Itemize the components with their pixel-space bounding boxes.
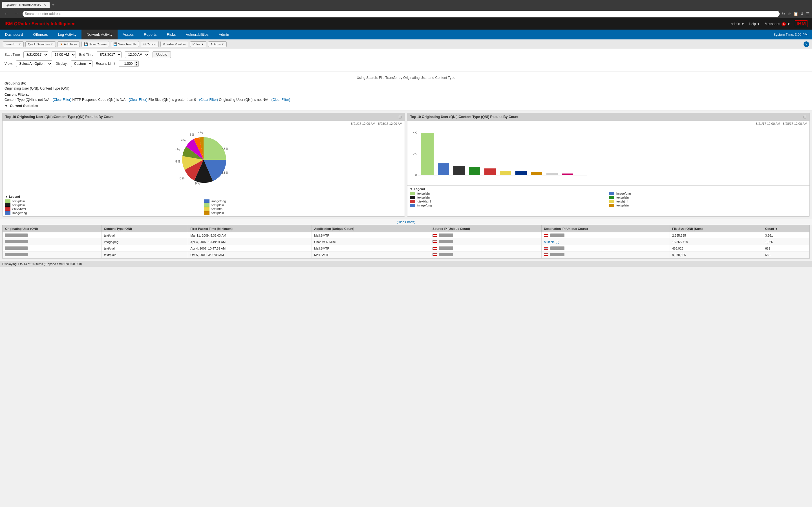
results-limit-label: Results Limit bbox=[96, 62, 115, 66]
col-header-source-ip[interactable]: Source IP (Unique Count) bbox=[430, 225, 541, 232]
legend-item-5: >:text/html bbox=[5, 207, 203, 211]
legend-item-2: :image/png bbox=[204, 200, 402, 203]
app-title: IBM QRadar Security Intelligence bbox=[4, 21, 75, 26]
nav-bar: Dashboard Offenses Log Activity Network … bbox=[0, 30, 812, 40]
messages-button[interactable]: Messages 6 ▼ bbox=[765, 22, 790, 26]
col-header-application[interactable]: Application (Unique Count) bbox=[312, 225, 430, 232]
actions-button[interactable]: Actions ▼ bbox=[208, 41, 227, 47]
pie-legend-label: Legend bbox=[9, 195, 20, 198]
dest-bar bbox=[550, 246, 564, 250]
nav-risks[interactable]: Risks bbox=[161, 30, 181, 40]
dest-bar bbox=[550, 233, 564, 237]
search-info: Using Search: File Transfer by Originati… bbox=[4, 76, 808, 80]
clear-filter-4[interactable]: (Clear Filter) bbox=[271, 98, 290, 102]
admin-menu[interactable]: admin ▼ bbox=[731, 22, 744, 26]
star-button[interactable]: ☆ bbox=[788, 11, 791, 16]
nav-assets[interactable]: Assets bbox=[117, 30, 139, 40]
bar-chart-header: Top 10 Originating User (QNI):Content Ty… bbox=[407, 113, 809, 121]
svg-text:4 %: 4 % bbox=[181, 139, 186, 142]
nav-log-activity[interactable]: Log Activity bbox=[53, 30, 82, 40]
legend-item-8: :text/plain bbox=[204, 211, 402, 215]
col-header-count[interactable]: Count ▼ bbox=[763, 225, 809, 232]
cell-count: 689 bbox=[763, 245, 809, 252]
bar-legend-item-2: :image/png bbox=[609, 192, 807, 195]
add-filter-button[interactable]: ▼ Add Filter bbox=[57, 41, 80, 47]
download-button[interactable]: ⬇ bbox=[801, 11, 804, 16]
false-positive-button[interactable]: ✕ False Positive bbox=[160, 41, 188, 47]
end-date-select[interactable]: 8/28/2017 bbox=[97, 51, 121, 58]
save-criteria-button[interactable]: 💾 Save Criteria bbox=[82, 41, 109, 47]
nav-reports[interactable]: Reports bbox=[139, 30, 162, 40]
bar-legend-item-5: >:text/html bbox=[410, 200, 608, 203]
browser-tab[interactable]: QRadar - Network Activity ✕ bbox=[2, 2, 50, 8]
view-select[interactable]: Select An Option: bbox=[16, 60, 52, 67]
display-select[interactable]: Custom bbox=[71, 60, 93, 67]
grouping-value: Originating User (QNI), Content Type (QN… bbox=[4, 87, 808, 91]
results-limit-up[interactable]: ▲ bbox=[134, 61, 139, 64]
filter-4: Originating User (QNI) is not N/A bbox=[219, 98, 268, 102]
start-time-select[interactable]: 12:00 AM bbox=[52, 51, 76, 58]
quick-searches-button[interactable]: Quick Searches ▼ bbox=[26, 41, 56, 47]
clear-filter-2[interactable]: (Clear Filter) bbox=[129, 98, 147, 102]
results-limit-down[interactable]: ▼ bbox=[134, 64, 139, 66]
start-date-select[interactable]: 8/21/2017 bbox=[23, 51, 48, 58]
bar-chart-title: Top 10 Originating User (QNI):Content Ty… bbox=[410, 115, 518, 119]
col-header-user[interactable]: Originating User (QNI) bbox=[3, 225, 102, 232]
legend-color-1 bbox=[5, 200, 10, 203]
bookmark-button[interactable]: 📋 bbox=[794, 11, 798, 16]
col-header-first-packet[interactable]: First Packet Time (Minimum) bbox=[188, 225, 312, 232]
svg-text:9 %: 9 % bbox=[195, 182, 200, 185]
bar-legend-toggle[interactable]: ▼ Legend bbox=[410, 187, 807, 191]
cancel-button[interactable]: ⊘ Cancel bbox=[141, 41, 159, 47]
current-stats-toggle[interactable]: ▼ Current Statistics bbox=[4, 104, 808, 108]
svg-text:42 %: 42 % bbox=[222, 147, 229, 151]
source-flag-us bbox=[433, 240, 437, 243]
svg-text:13 %: 13 % bbox=[222, 171, 229, 174]
cell-file-size: 466,926 bbox=[670, 245, 763, 252]
user-bar bbox=[5, 246, 28, 250]
back-button[interactable]: ← bbox=[2, 11, 10, 17]
multiple-link[interactable]: Multiple (2) bbox=[544, 240, 559, 244]
cell-source-ip bbox=[430, 232, 541, 239]
close-tab-button[interactable]: ✕ bbox=[43, 3, 46, 7]
sort-arrow: ▼ bbox=[775, 227, 778, 230]
update-button[interactable]: Update bbox=[153, 51, 171, 58]
search-button[interactable]: Search... ▼ bbox=[3, 41, 24, 47]
results-limit-input[interactable]: 1,000 bbox=[119, 61, 134, 67]
col-header-file-size[interactable]: File Size (QNI) (Sum) bbox=[670, 225, 763, 232]
svg-rect-17 bbox=[453, 166, 465, 175]
new-tab-button[interactable]: + bbox=[52, 2, 54, 7]
nav-vulnerabilities[interactable]: Vulnerabilities bbox=[181, 30, 213, 40]
filter-1: Content Type (QNI) is not N/A bbox=[4, 98, 49, 102]
reload-button[interactable]: ↻ bbox=[782, 11, 785, 16]
source-flag-us bbox=[433, 247, 437, 250]
start-time-label: Start Time bbox=[4, 53, 20, 57]
legend-item-3: :text/plain bbox=[5, 203, 203, 207]
svg-rect-23 bbox=[546, 173, 558, 175]
menu-button[interactable]: ☰ bbox=[806, 11, 810, 16]
pie-chart-expand[interactable]: ⊞ bbox=[398, 115, 402, 119]
hide-charts-link[interactable]: (Hide Charts) bbox=[0, 219, 812, 225]
cell-application: Mail.SMTP bbox=[312, 232, 430, 239]
col-header-content-type[interactable]: Content Type (QNI) bbox=[101, 225, 188, 232]
tab-title: QRadar - Network Activity bbox=[6, 3, 41, 6]
clear-filter-1[interactable]: (Clear Filter) bbox=[53, 98, 71, 102]
nav-dashboard[interactable]: Dashboard bbox=[0, 30, 28, 40]
rules-button[interactable]: Rules ▼ bbox=[190, 41, 206, 47]
end-time-select[interactable]: 12:00 AM bbox=[125, 51, 149, 58]
help-menu[interactable]: Help ▼ bbox=[749, 22, 760, 26]
user-bar bbox=[5, 240, 28, 243]
bar-chart-expand[interactable]: ⊞ bbox=[803, 115, 807, 119]
pie-legend-toggle[interactable]: ▼ Legend bbox=[5, 195, 402, 198]
col-header-dest-ip[interactable]: Destination IP (Unique Count) bbox=[542, 225, 670, 232]
bar-legend-color-4 bbox=[609, 196, 614, 199]
help-button[interactable]: ? bbox=[804, 41, 809, 47]
nav-offenses[interactable]: Offenses bbox=[28, 30, 53, 40]
nav-network-activity[interactable]: Network Activity bbox=[82, 30, 117, 40]
address-input[interactable] bbox=[22, 11, 779, 17]
clear-filter-3[interactable]: (Clear Filter) bbox=[199, 98, 218, 102]
forward-button[interactable]: → bbox=[12, 11, 20, 17]
save-results-button[interactable]: 💾 Save Results bbox=[111, 41, 139, 47]
nav-admin[interactable]: Admin bbox=[214, 30, 234, 40]
cell-content-type: text/plain bbox=[101, 252, 188, 258]
